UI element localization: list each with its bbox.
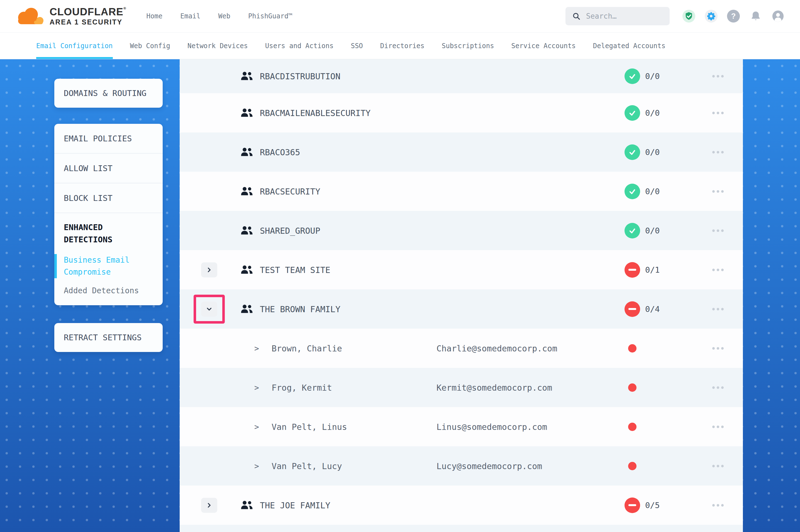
nav-item-email[interactable]: Email [180, 12, 200, 20]
group-icon-wrap [240, 108, 253, 118]
overflow-menu-icon [712, 151, 715, 153]
tab-service-accounts[interactable]: Service Accounts [511, 33, 576, 59]
sidebar-item-domains-routing[interactable]: DOMAINS & ROUTING [54, 79, 163, 108]
sidebar-item-allow-list[interactable]: ALLOW LIST [54, 154, 163, 183]
group-icon-wrap [240, 186, 253, 197]
search-box[interactable] [565, 7, 670, 25]
expand-wrap [194, 491, 225, 520]
search-input[interactable] [585, 12, 663, 21]
notifications-button[interactable] [749, 10, 762, 22]
sidebar: DOMAINS & ROUTING EMAIL POLICIESALLOW LI… [54, 79, 163, 352]
sidebar-item-added-detections[interactable]: Added Detections [54, 278, 163, 304]
tab-email-configuration[interactable]: Email Configuration [36, 33, 113, 59]
overflow-menu-button[interactable] [709, 462, 726, 470]
chevron-right-icon [206, 502, 213, 509]
expand-toggle-button[interactable] [201, 498, 217, 513]
group-name: TEST TEAM SITE [260, 265, 330, 274]
overflow-menu-icon [712, 190, 715, 192]
group-icon [240, 304, 253, 315]
sidebar-item-email-policies[interactable]: EMAIL POLICIES [54, 124, 163, 154]
overflow-menu-button[interactable] [709, 501, 726, 509]
member-count: 0/0 [645, 108, 660, 118]
member-name: Van Pelt, Linus [272, 422, 347, 432]
tab-network-devices[interactable]: Network Devices [187, 33, 248, 59]
table-row: >Brown, CharlieCharlie@somedemocorp.com [180, 329, 743, 368]
table-row: RBACMAILENABLESECURITY0/0 [180, 93, 743, 132]
status-badge-allowed [624, 184, 640, 199]
group-icon [240, 500, 253, 511]
chevron-right-icon [206, 267, 213, 273]
overflow-menu-button[interactable] [709, 383, 726, 392]
tab-sso[interactable]: SSO [351, 33, 363, 59]
table-row [180, 525, 743, 532]
status-dot-blocked [628, 423, 636, 431]
overflow-menu-button[interactable] [709, 305, 726, 313]
overflow-menu-button[interactable] [709, 227, 726, 234]
overflow-menu-button[interactable] [709, 72, 726, 80]
member-count: 0/0 [645, 72, 660, 81]
table-row: >Van Pelt, LucyLucy@somedemocorp.com [180, 446, 743, 486]
tab-subscriptions[interactable]: Subscriptions [442, 33, 494, 59]
member-email: Lucy@somedemocorp.com [436, 461, 542, 471]
overflow-menu-button[interactable] [709, 148, 726, 156]
groups-table: RBACDISTRUBUTION0/0RBACMAILENABLESECURIT… [180, 59, 743, 532]
help-button[interactable]: ? [727, 10, 740, 22]
tab-web-config[interactable]: Web Config [130, 33, 170, 59]
top-header: CLOUDFLARE® AREA 1 SECURITY HomeEmailWeb… [0, 0, 800, 33]
header-nav: HomeEmailWebPhishGuard™ [146, 12, 292, 20]
table-row: RBACSECURITY0/0 [180, 172, 743, 211]
overflow-menu-button[interactable] [709, 344, 726, 352]
expand-wrap [194, 255, 225, 284]
member-marker: > [254, 383, 259, 392]
overflow-menu-icon [712, 229, 715, 232]
overflow-menu-button[interactable] [709, 109, 726, 117]
tab-directories[interactable]: Directories [380, 33, 424, 59]
table-row: >Van Pelt, LinusLinus@somedemocorp.com [180, 407, 743, 446]
group-icon-wrap [240, 71, 253, 82]
nav-item-web[interactable]: Web [218, 12, 230, 20]
overflow-menu-button[interactable] [709, 423, 726, 431]
cloudflare-cloud-icon [16, 7, 44, 25]
status-dot-blocked [628, 462, 636, 470]
section-tabs: Email ConfigurationWeb ConfigNetwork Dev… [0, 33, 800, 59]
security-status-button[interactable] [683, 10, 695, 22]
group-name: SHARED_GROUP [260, 226, 320, 235]
sidebar-item-block-list[interactable]: BLOCK LIST [54, 183, 163, 213]
status-badge-allowed [624, 69, 640, 84]
table-row: TEST TEAM SITE0/1 [180, 250, 743, 289]
group-icon-wrap [240, 264, 253, 276]
group-name: THE JOE FAMILY [260, 500, 330, 510]
group-icon-wrap [240, 500, 253, 511]
email-policies-card: EMAIL POLICIESALLOW LISTBLOCK LIST ENHAN… [54, 124, 163, 305]
tab-delegated-accounts[interactable]: Delegated Accounts [593, 33, 666, 59]
logo-subtitle: AREA 1 SECURITY [50, 18, 126, 26]
status-dot-blocked [628, 344, 636, 353]
tab-users-and-actions[interactable]: Users and Actions [265, 33, 334, 59]
table-row: SHARED_GROUP0/0 [180, 211, 743, 250]
search-icon [572, 12, 581, 20]
account-button[interactable] [771, 10, 784, 22]
member-count: 0/1 [645, 265, 660, 274]
settings-button[interactable] [705, 10, 717, 22]
overflow-menu-button[interactable] [709, 187, 726, 195]
sidebar-item-retract-settings[interactable]: RETRACT SETTINGS [54, 323, 163, 352]
member-name: Van Pelt, Lucy [272, 461, 342, 471]
group-icon [240, 225, 253, 236]
group-name: RBACSECURITY [260, 186, 320, 196]
bell-icon [750, 10, 762, 22]
member-email: Charlie@somedemocorp.com [436, 343, 557, 353]
overflow-menu-button[interactable] [709, 266, 726, 274]
overflow-menu-icon [712, 347, 715, 349]
expand-toggle-button[interactable] [201, 302, 217, 317]
expand-toggle-button[interactable] [201, 262, 217, 278]
group-icon [240, 264, 253, 276]
member-email: Kermit@somedemocorp.com [436, 383, 552, 392]
sidebar-item-business-email-compromise[interactable]: Business Email Compromise [54, 254, 163, 278]
shield-check-icon [684, 12, 694, 21]
nav-item-phishguard[interactable]: PhishGuard™ [248, 12, 292, 20]
overflow-menu-icon [712, 75, 715, 78]
member-count: 0/0 [645, 226, 660, 235]
nav-item-home[interactable]: Home [146, 12, 162, 20]
user-avatar-icon [772, 10, 784, 22]
member-marker: > [254, 461, 259, 471]
